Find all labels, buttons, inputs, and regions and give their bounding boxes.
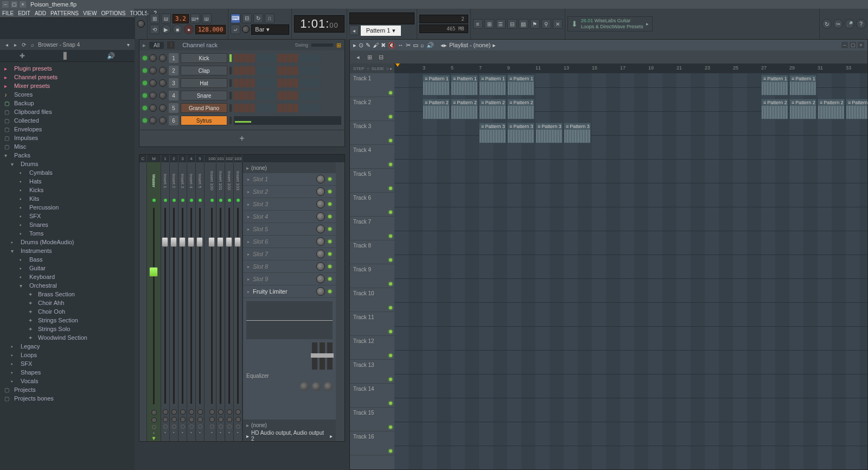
pattern-clip[interactable]: ≡Pattern 3 bbox=[564, 123, 591, 143]
channel-name-button[interactable]: Hat bbox=[181, 78, 227, 88]
pattern-clip[interactable]: ≡Pattern 1 bbox=[761, 75, 788, 96]
mixer-arm-button[interactable] bbox=[236, 424, 240, 429]
step-button[interactable] bbox=[315, 104, 320, 112]
fx-mix-knob[interactable] bbox=[316, 262, 325, 271]
pattern-clip[interactable]: ≡Pattern 2 bbox=[479, 99, 506, 119]
step-button[interactable] bbox=[277, 66, 282, 75]
step-button[interactable] bbox=[239, 104, 244, 112]
track-mute-led[interactable] bbox=[389, 139, 392, 142]
mixer-enable-led[interactable] bbox=[181, 199, 184, 202]
step-button[interactable] bbox=[315, 91, 320, 100]
tree-item[interactable]: ▾Instruments bbox=[0, 246, 135, 255]
mixer-pan-knob[interactable] bbox=[163, 409, 168, 415]
channel-mute-led[interactable] bbox=[143, 56, 147, 60]
tree-item[interactable]: ▢Impulses bbox=[0, 134, 135, 142]
mixer-fader[interactable] bbox=[220, 208, 221, 404]
rewind-button[interactable]: ⟲ bbox=[150, 24, 159, 34]
fx-input-select[interactable]: ▸(none) bbox=[243, 162, 336, 173]
step-button[interactable] bbox=[288, 91, 293, 100]
track-mute-led[interactable] bbox=[389, 163, 392, 166]
track-header[interactable]: Track 16 bbox=[350, 431, 394, 455]
mixer-fader[interactable] bbox=[199, 208, 201, 404]
mixer-fader[interactable] bbox=[164, 208, 166, 404]
step-button[interactable] bbox=[261, 91, 266, 100]
mixer-insert-strip[interactable]: Insert 101• bbox=[216, 162, 225, 441]
step-button[interactable] bbox=[293, 66, 298, 75]
step-button[interactable] bbox=[234, 79, 239, 87]
tree-item[interactable]: ▪SFX bbox=[0, 212, 135, 220]
channel-pan-knob[interactable] bbox=[149, 117, 157, 124]
channel-vol-knob[interactable] bbox=[159, 54, 167, 62]
channel-number[interactable]: 5 bbox=[169, 103, 178, 113]
step-button[interactable] bbox=[293, 54, 298, 62]
browser-back-icon[interactable]: ◂ bbox=[3, 42, 10, 48]
pattern-clip[interactable]: ≡Pattern 2 bbox=[507, 99, 534, 119]
step-button[interactable] bbox=[283, 79, 288, 87]
mixer-master-strip[interactable]: Master•▼ bbox=[147, 162, 161, 441]
mixer-insert-strip[interactable]: Insert 102• bbox=[225, 162, 234, 441]
mixer-pan-knob[interactable] bbox=[197, 409, 203, 415]
step-button[interactable] bbox=[288, 104, 293, 112]
plugin-picker-icon[interactable]: ⚑ bbox=[530, 19, 540, 29]
pl-menu-icon[interactable]: ▸ bbox=[353, 42, 356, 49]
mixer-pan-knob[interactable] bbox=[209, 409, 215, 415]
menu-patterns[interactable]: PATTERNS bbox=[48, 10, 81, 16]
mixer-header-cell[interactable]: 2 bbox=[170, 155, 178, 162]
track-mute-led[interactable] bbox=[389, 402, 392, 405]
fx-out-none[interactable]: ▸(none) bbox=[243, 420, 336, 430]
tree-item[interactable]: ▪Keyboard bbox=[0, 272, 135, 281]
step-button[interactable] bbox=[299, 66, 304, 75]
pattern-selector[interactable]: Pattern 1 ▾ bbox=[361, 26, 401, 36]
step-button[interactable] bbox=[315, 54, 320, 62]
step-button[interactable] bbox=[310, 79, 315, 87]
channel-number[interactable]: 2 bbox=[169, 66, 178, 75]
pl-tool-mute-icon[interactable]: 🔇 bbox=[388, 42, 395, 49]
tree-item[interactable]: ✦Choir Ahh bbox=[0, 298, 135, 307]
step-button[interactable] bbox=[256, 104, 260, 112]
fx-mix-knob[interactable] bbox=[316, 237, 325, 246]
cr-grid-icon[interactable]: ⊞ bbox=[336, 42, 341, 49]
pl-lock-icon[interactable]: ⊟ bbox=[376, 52, 386, 62]
record-button[interactable]: ● bbox=[184, 24, 194, 34]
stop-button[interactable]: ■ bbox=[173, 24, 182, 34]
pat-mode-icon[interactable]: ⊞ bbox=[150, 14, 159, 23]
channel-number[interactable]: 3 bbox=[169, 78, 178, 88]
tree-item[interactable]: ▪Shapes bbox=[0, 368, 135, 377]
pattern-clip[interactable]: ≡Pattern 2 bbox=[761, 99, 788, 119]
tree-item[interactable]: ▢Misc bbox=[0, 142, 135, 151]
mixer-arm-button[interactable] bbox=[227, 424, 232, 429]
tree-item[interactable]: ▪Guitar bbox=[0, 264, 135, 272]
channel-mute-led[interactable] bbox=[143, 106, 147, 110]
mixer-fader[interactable] bbox=[182, 208, 183, 404]
fx-slot-limiter[interactable]: ▸Fruity Limiter bbox=[243, 285, 336, 298]
tree-item[interactable]: ▪Loops bbox=[0, 351, 135, 359]
mixer-arm-button[interactable] bbox=[219, 424, 223, 429]
mixer-enable-led[interactable] bbox=[190, 199, 193, 202]
song-mode-icon[interactable]: ш bbox=[161, 14, 171, 23]
channel-pan-knob[interactable] bbox=[149, 104, 157, 112]
mixer-stereo-knob[interactable] bbox=[235, 417, 241, 422]
step-button[interactable] bbox=[261, 104, 266, 112]
step-button[interactable] bbox=[288, 66, 293, 75]
help-icon[interactable]: ? bbox=[856, 19, 866, 29]
mixer-pan-knob[interactable] bbox=[171, 409, 177, 415]
cr-filter-select[interactable]: All bbox=[149, 42, 164, 49]
mixer-header-cell[interactable]: 100 bbox=[208, 155, 216, 162]
mixer-fader[interactable] bbox=[173, 208, 175, 404]
fx-enable-led[interactable] bbox=[328, 277, 331, 281]
mixer-header-cell[interactable]: 1 bbox=[161, 155, 170, 162]
track-header[interactable]: Track 8 bbox=[350, 240, 394, 264]
view-mixer-icon[interactable]: ⊟ bbox=[507, 19, 517, 29]
step-button[interactable] bbox=[266, 79, 271, 87]
mixer-header-cell[interactable]: 103 bbox=[234, 155, 242, 162]
track-header[interactable]: Track 7 bbox=[350, 217, 394, 240]
mixer-pan-knob[interactable] bbox=[227, 409, 232, 415]
step-button[interactable] bbox=[283, 66, 288, 75]
step-button[interactable] bbox=[256, 79, 260, 87]
step-button[interactable] bbox=[245, 54, 250, 62]
mixer-arm-button[interactable] bbox=[172, 424, 176, 429]
step-button[interactable] bbox=[293, 91, 298, 100]
step-button[interactable] bbox=[239, 54, 244, 62]
mixer-insert-strip[interactable]: Insert 3• bbox=[178, 162, 187, 441]
fx-mix-knob[interactable] bbox=[316, 175, 325, 183]
